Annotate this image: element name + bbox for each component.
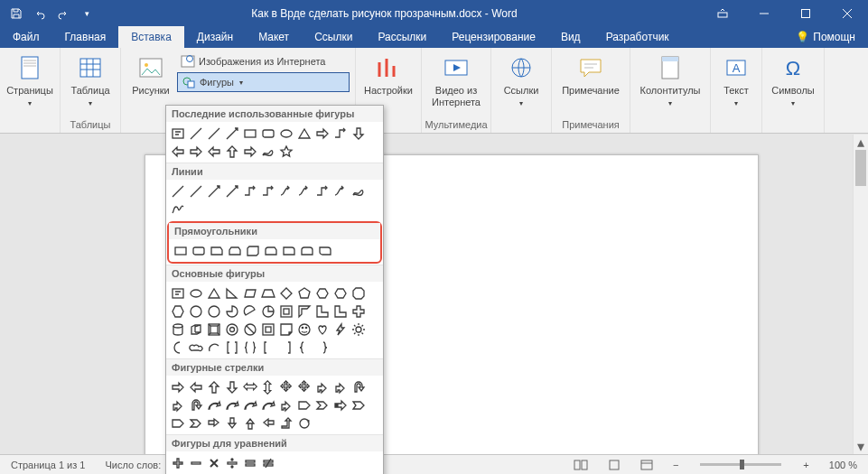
shape-dodec[interactable] bbox=[205, 302, 222, 320]
shape-arrCurve[interactable] bbox=[205, 396, 222, 414]
shape-oct[interactable] bbox=[350, 284, 367, 302]
status-page[interactable]: Страница 1 из 1 bbox=[7, 460, 89, 470]
shape-line[interactable] bbox=[205, 125, 222, 142]
shape-arrU2[interactable] bbox=[187, 396, 204, 414]
ribbon-options-icon[interactable] bbox=[702, 0, 743, 26]
shape-callarrD[interactable] bbox=[223, 414, 240, 432]
scroll-up-icon[interactable]: ▴ bbox=[854, 135, 868, 150]
zoom-out-button[interactable]: − bbox=[669, 460, 682, 470]
tab-layout[interactable]: Макет bbox=[246, 26, 302, 48]
pictures-button[interactable]: Рисунки bbox=[126, 51, 175, 97]
shape-round2diag[interactable] bbox=[316, 242, 333, 259]
close-icon[interactable] bbox=[826, 0, 868, 26]
shape-pie[interactable] bbox=[223, 302, 240, 320]
shape-arrQuad[interactable] bbox=[295, 378, 313, 395]
shape-arrD[interactable] bbox=[223, 378, 240, 395]
shape-callarrL[interactable] bbox=[259, 414, 276, 432]
shape-arrR[interactable] bbox=[169, 378, 186, 395]
shape-arrL[interactable] bbox=[187, 378, 204, 395]
shape-chevron[interactable] bbox=[313, 396, 331, 414]
shape-freeform[interactable] bbox=[259, 143, 276, 160]
shape-connL[interactable] bbox=[331, 125, 349, 142]
zoom-thumb[interactable] bbox=[740, 460, 744, 469]
shape-line[interactable] bbox=[187, 182, 204, 200]
shape-arrR[interactable] bbox=[241, 143, 258, 160]
status-words[interactable]: Число слов: bbox=[101, 460, 164, 470]
view-print-icon[interactable] bbox=[604, 460, 624, 470]
shape-oval[interactable] bbox=[277, 125, 294, 142]
shape-halfframe[interactable] bbox=[295, 302, 313, 320]
shape-no[interactable] bbox=[241, 321, 258, 338]
shape-star5[interactable] bbox=[277, 143, 294, 160]
shape-callarrR[interactable] bbox=[205, 414, 222, 432]
zoom-level[interactable]: 100 % bbox=[826, 460, 861, 470]
shape-dec[interactable] bbox=[169, 302, 186, 320]
shape-cube[interactable] bbox=[187, 321, 204, 338]
shape-hex[interactable] bbox=[331, 284, 349, 302]
shape-doublebrkt[interactable] bbox=[223, 339, 240, 356]
shape-arrCurve[interactable] bbox=[259, 396, 276, 414]
shape-connL[interactable] bbox=[241, 182, 258, 200]
shape-teardrop[interactable] bbox=[259, 302, 276, 320]
shape-tri[interactable] bbox=[205, 284, 222, 302]
undo-icon[interactable] bbox=[29, 4, 51, 23]
shape-plus[interactable] bbox=[350, 302, 367, 320]
shape-arrU[interactable] bbox=[205, 378, 222, 395]
shape-connL[interactable] bbox=[259, 182, 276, 200]
shape-sniproundrect[interactable] bbox=[262, 242, 279, 259]
shape-Lshape[interactable] bbox=[331, 302, 349, 320]
shape-striped[interactable] bbox=[331, 396, 349, 414]
shape-arrCurve[interactable] bbox=[223, 396, 240, 414]
shape-snip1[interactable] bbox=[208, 242, 225, 259]
shape-rtri[interactable] bbox=[223, 284, 240, 302]
shape-arrD[interactable] bbox=[350, 125, 367, 142]
tab-design[interactable]: Дизайн bbox=[184, 26, 246, 48]
shape-circarrow[interactable] bbox=[295, 414, 313, 432]
tab-insert[interactable]: Вставка bbox=[118, 26, 184, 48]
vertical-scrollbar[interactable]: ▴ ▾ bbox=[853, 135, 868, 454]
shape-oval[interactable] bbox=[187, 284, 204, 302]
shape-arrR[interactable] bbox=[187, 143, 204, 160]
shape-Lshape[interactable] bbox=[313, 302, 331, 320]
shape-freeform[interactable] bbox=[350, 182, 367, 200]
tab-view[interactable]: Вид bbox=[548, 26, 593, 48]
shape-scribble[interactable] bbox=[169, 200, 186, 218]
shape-eqEq[interactable] bbox=[241, 454, 258, 471]
shape-pentarrow[interactable] bbox=[295, 396, 313, 414]
shape-line[interactable] bbox=[187, 125, 204, 142]
shape-chevron[interactable] bbox=[187, 414, 204, 432]
shape-curve[interactable] bbox=[277, 182, 294, 200]
save-icon[interactable] bbox=[5, 4, 27, 23]
shape-roundrect[interactable] bbox=[190, 242, 207, 259]
tab-mailings[interactable]: Рассылки bbox=[365, 26, 439, 48]
shape-arrBent[interactable] bbox=[169, 396, 186, 414]
shapes-button[interactable]: Фигуры▾ bbox=[177, 72, 350, 92]
symbols-button[interactable]: Ω Символы▾ bbox=[768, 51, 818, 107]
shape-textbox[interactable] bbox=[169, 125, 186, 142]
links-button[interactable]: Ссылки▾ bbox=[497, 51, 546, 107]
online-pictures-button[interactable]: Изображения из Интернета bbox=[177, 51, 350, 71]
maximize-icon[interactable] bbox=[785, 0, 826, 26]
zoom-slider[interactable] bbox=[700, 463, 781, 466]
shape-textbox[interactable] bbox=[169, 284, 186, 302]
shape-bevel[interactable] bbox=[205, 321, 222, 338]
shape-moon[interactable] bbox=[169, 339, 186, 356]
shape-can[interactable] bbox=[169, 321, 186, 338]
qat-customize-icon[interactable]: ▾ bbox=[76, 4, 98, 23]
shape-eqNeq[interactable] bbox=[259, 454, 276, 471]
shape-donut[interactable] bbox=[223, 321, 240, 338]
tab-review[interactable]: Рецензирование bbox=[439, 26, 548, 48]
redo-icon[interactable] bbox=[52, 4, 74, 23]
scroll-track[interactable] bbox=[854, 150, 868, 439]
comment-button[interactable]: Примечание bbox=[557, 51, 624, 97]
shape-arrBent[interactable] bbox=[331, 378, 349, 395]
shape-eqPlus[interactable] bbox=[169, 454, 186, 471]
shape-cloud[interactable] bbox=[187, 339, 204, 356]
shape-hex[interactable] bbox=[313, 284, 331, 302]
shape-arrBent[interactable] bbox=[277, 396, 294, 414]
view-web-icon[interactable] bbox=[637, 460, 657, 470]
shape-para[interactable] bbox=[241, 284, 258, 302]
shape-rect[interactable] bbox=[241, 125, 258, 142]
pages-button[interactable]: Страницы▾ bbox=[5, 51, 54, 107]
shape-arrowline[interactable] bbox=[223, 125, 240, 142]
